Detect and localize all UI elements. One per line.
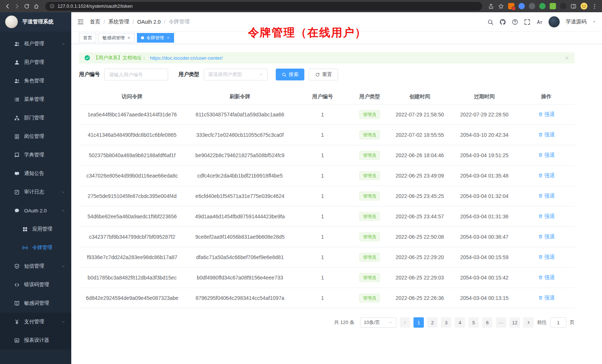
sidebar-item-notice[interactable]: 通知公告 [0,164,71,183]
sidebar-item-error-code[interactable]: 错误码管理 [0,275,71,294]
user-avatar[interactable] [549,16,560,27]
browser-reload-icon[interactable] [24,3,30,9]
force-logout-button[interactable]: 强退 [538,152,555,159]
github-icon[interactable] [500,19,506,25]
search-icon[interactable] [487,19,494,25]
sidebar-item-oauth2[interactable]: OAuth 2.0 [0,201,71,220]
navbar-right: 芋道源码 [487,16,596,27]
sidebar-item-sensitive-word[interactable]: 敏感词管理 [0,294,71,312]
force-logout-button[interactable]: 强退 [538,132,555,138]
extension-blue-icon[interactable] [518,3,525,9]
tab-sensitive-word[interactable]: 敏感词管理 [98,33,135,43]
app-logo[interactable]: 芋道管理系统 [0,12,71,32]
cell-expire-time: 2054-03-04 00:13:15 [451,288,518,308]
extension-leaf-icon[interactable] [550,3,556,9]
cell-user-type: 管理员 [350,166,389,186]
share-icon[interactable] [488,3,494,9]
cell-refresh-token: 333ecfc71e02480cb11055c875c3ca0f [185,125,295,145]
sidebar-item-role[interactable]: 角色管理 [0,72,71,90]
page-button-2[interactable]: 2 [427,317,438,328]
sidebar-item-oauth2-token[interactable]: 令牌管理 [0,238,71,257]
browser-menu-icon[interactable] [592,3,598,9]
cell-user-type: 管理员 [350,105,389,125]
sidebar-item-user[interactable]: 用户管理 [0,53,71,72]
browser-profile-avatar[interactable] [580,3,588,10]
sidebar-item-tenant[interactable]: 租户管理 [0,34,71,53]
sidebar-item-sms[interactable]: 短信管理 [0,257,71,275]
page-ellipsis[interactable]: ··· [496,317,506,328]
user-type-badge: 管理员 [359,151,380,160]
trash-icon [538,153,543,158]
user-menu-caret-icon[interactable] [592,20,596,24]
sidebar-item-audit-log[interactable]: 审计日志 [0,183,71,201]
tab-close-icon[interactable] [166,36,170,40]
chevron-down-icon [61,264,65,268]
page-button-6[interactable]: 6 [482,317,493,328]
help-icon[interactable] [512,19,518,25]
breadcrumb-system[interactable]: 系统管理 [108,19,129,25]
force-logout-button[interactable]: 强退 [538,172,555,179]
sidebar-item-menu[interactable]: 菜单管理 [0,90,71,109]
force-logout-button[interactable]: 强退 [538,111,555,118]
sidebar-toggle-icon[interactable] [77,19,84,25]
extension-orange-badge-icon[interactable] [508,3,514,9]
sidebar-item-pay[interactable]: 支付管理 [0,312,71,331]
site-info-icon[interactable] [50,4,55,9]
sidebar-item-report-designer[interactable]: 报表设计器 [0,331,71,350]
user-type-badge: 管理员 [359,110,380,119]
user-type-placeholder: 请选择用户类型 [208,71,242,78]
font-size-icon[interactable] [536,19,543,25]
cell-action: 强退 [518,105,575,125]
force-logout-button[interactable]: 强退 [538,193,555,199]
token-table-body: 1ea5e44f8bc1467aaede43144f31de76811c5304… [79,105,575,308]
breadcrumb: 首页/ 系统管理/ OAuth 2.0/ 令牌管理 [90,19,190,25]
sidebar-item-post[interactable]: 岗位管理 [0,127,71,146]
user-id-input[interactable] [104,69,168,80]
cell-user-type: 管理员 [350,125,389,145]
goto-page-input[interactable] [550,317,566,328]
cell-access-token: f9336e7c7dd242a283ee98dc86b17a87 [79,247,185,268]
tab-token-manage[interactable]: 令牌管理 [137,33,174,43]
doc-link[interactable]: https://doc.iocoder.cn/user-center/ [150,55,223,61]
force-logout-button[interactable]: 强退 [538,254,555,261]
next-page-button[interactable] [523,317,534,328]
page-size-select[interactable]: 10条/页 [360,317,396,328]
table-row: b0d1785bc3a8482f812db4a3f3bd15ecb0df4980… [79,268,575,288]
page-button-4[interactable]: 4 [455,317,465,328]
force-logout-button[interactable]: 强退 [538,295,555,301]
page-button-3[interactable]: 3 [441,317,451,328]
sidebar-item-dept[interactable]: 部门管理 [0,109,71,127]
split-view-icon[interactable] [570,3,576,9]
page-button-5[interactable]: 5 [468,317,479,328]
extension-dark-icon[interactable] [529,3,535,9]
search-button[interactable]: 搜索 [276,69,304,80]
force-logout-button[interactable]: 强退 [538,274,555,281]
sidebar-item-dict[interactable]: 字典管理 [0,146,71,164]
username[interactable]: 芋道源码 [566,19,586,25]
browser-back-icon[interactable] [4,3,10,9]
user-type-select[interactable]: 请选择用户类型 [204,69,268,80]
cell-access-token: 41c41346a548490f9dc8b01c6bfe0865 [79,125,185,145]
bookmark-star-icon[interactable] [498,3,504,9]
sidebar-item-oauth2-app[interactable]: 应用管理 [0,220,71,238]
page-button-1[interactable]: 1 [413,317,424,328]
prev-page-button[interactable] [400,317,410,328]
page-button-12[interactable]: 12 [510,317,520,328]
fullscreen-icon[interactable] [524,19,530,25]
extension-paw-icon[interactable] [560,3,566,9]
reset-button[interactable]: 重置 [309,69,338,80]
browser-forward-icon[interactable] [14,3,20,9]
table-row: 275e5de9151045fe87cbdc395e004f4de6cfd40e… [79,186,575,206]
extension-green-icon[interactable] [539,3,546,9]
alert-close-icon[interactable] [565,56,569,60]
breadcrumb-home[interactable]: 首页 [90,19,100,25]
tab-close-icon[interactable] [127,36,131,40]
cell-expire-time: 2054-03-04 00:15:59 [451,247,518,268]
force-logout-button[interactable]: 强退 [538,213,555,220]
force-logout-button[interactable]: 强退 [538,234,555,240]
breadcrumb-oauth2[interactable]: OAuth 2.0 [137,19,161,25]
tab-home[interactable]: 首页 [79,33,96,43]
browser-home-icon[interactable] [33,3,39,9]
cell-refresh-token: be90422b8c7946218275a508bf524fc9 [185,145,295,166]
address-bar[interactable]: 127.0.0.1:1024/system/oauth2/token [45,2,482,11]
